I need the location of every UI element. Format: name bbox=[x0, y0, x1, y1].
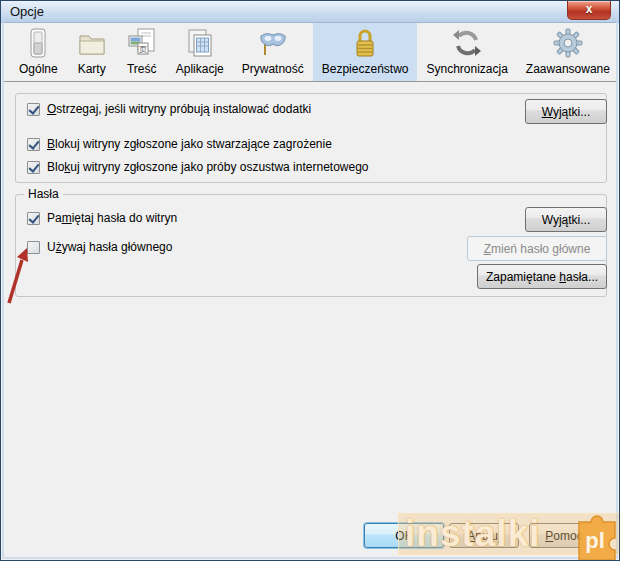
checkbox-block-attack-sites[interactable]: Blokuj witryny zgłoszone jako stwarzając… bbox=[27, 137, 332, 151]
tab-bezpieczenstwo[interactable]: Bezpieczeństwo bbox=[313, 23, 418, 81]
tab-tresc[interactable]: 页 Treść bbox=[117, 23, 167, 81]
advanced-gear-icon bbox=[552, 27, 584, 59]
tab-label: Zaawansowane bbox=[526, 62, 610, 76]
privacy-mask-icon bbox=[257, 27, 289, 59]
tab-prywatnosc[interactable]: Prywatność bbox=[233, 23, 313, 81]
checkbox-box[interactable] bbox=[27, 138, 40, 151]
red-annotation-arrow bbox=[3, 245, 37, 309]
change-master-password-button[interactable]: Zmień hasło główne bbox=[467, 236, 607, 261]
checkbox-label: Blokuj witryny zgłoszone jako stwarzając… bbox=[47, 137, 332, 151]
saved-passwords-button[interactable]: Zapamiętane hasła... bbox=[477, 264, 607, 289]
button-label: Pomoc bbox=[545, 529, 582, 543]
tab-aplikacje[interactable]: Aplikacje bbox=[167, 23, 233, 81]
button-label: OK bbox=[395, 529, 412, 543]
tab-label: Synchronizacja bbox=[426, 62, 507, 76]
checkbox-warn-addons[interactable]: Ostrzegaj, jeśli witryny próbują instalo… bbox=[27, 102, 311, 116]
addons-exceptions-button[interactable]: Wyjątki... bbox=[525, 99, 607, 124]
tab-label: Aplikacje bbox=[176, 62, 224, 76]
checkbox-box[interactable] bbox=[27, 161, 40, 174]
content-pages-icon: 页 bbox=[126, 27, 158, 59]
button-label: Wyjątki... bbox=[542, 105, 591, 119]
category-toolbar: Ogólne Karty 页 bbox=[4, 23, 616, 82]
help-button[interactable]: Pomoc bbox=[529, 523, 599, 548]
checkbox-remember-passwords[interactable]: Pamiętaj hasła do witryn bbox=[27, 211, 177, 225]
options-dialog: Opcje x Ogólne Karty bbox=[0, 0, 620, 561]
passwords-exceptions-button[interactable]: Wyjątki... bbox=[525, 207, 607, 232]
general-switch-icon bbox=[22, 27, 54, 59]
button-label: Wyjątki... bbox=[542, 213, 591, 227]
button-label: Anuluj bbox=[467, 529, 500, 543]
tabs-folder-icon bbox=[76, 27, 108, 59]
applications-pages-icon bbox=[184, 27, 216, 59]
checkbox-use-master-password[interactable]: Używaj hasła głównego bbox=[27, 240, 172, 254]
checkbox-box[interactable] bbox=[27, 212, 40, 225]
close-button[interactable]: x bbox=[567, 1, 611, 20]
tab-synchronizacja[interactable]: Synchronizacja bbox=[417, 23, 516, 81]
checkbox-block-forgery-sites[interactable]: Blokuj witryny zgłoszone jako próby oszu… bbox=[27, 160, 369, 174]
checkbox-label: Blokuj witryny zgłoszone jako próby oszu… bbox=[47, 160, 369, 174]
tab-zaawansowane[interactable]: Zaawansowane bbox=[517, 23, 619, 81]
tab-label: Karty bbox=[78, 62, 106, 76]
tab-label: Bezpieczeństwo bbox=[322, 62, 409, 76]
tab-label: Treść bbox=[127, 62, 157, 76]
passwords-legend: Hasła bbox=[24, 187, 63, 201]
checkbox-label: Używaj hasła głównego bbox=[47, 240, 172, 254]
sync-arrows-icon bbox=[451, 27, 483, 59]
button-label: Zapamiętane hasła... bbox=[486, 270, 598, 284]
checkbox-box[interactable] bbox=[27, 103, 40, 116]
tab-label: Prywatność bbox=[242, 62, 304, 76]
window-title: Opcje bbox=[10, 1, 44, 23]
tab-karty[interactable]: Karty bbox=[67, 23, 117, 81]
cancel-button[interactable]: Anuluj bbox=[449, 523, 519, 548]
checkbox-label: Ostrzegaj, jeśli witryny próbują instalo… bbox=[47, 102, 311, 116]
tab-ogolne[interactable]: Ogólne bbox=[10, 23, 67, 81]
security-padlock-icon bbox=[349, 27, 381, 59]
ok-button[interactable]: OK bbox=[364, 523, 444, 548]
svg-text:页: 页 bbox=[139, 45, 147, 54]
titlebar[interactable]: Opcje x bbox=[1, 1, 619, 23]
tab-label: Ogólne bbox=[19, 62, 58, 76]
button-label: Zmień hasło główne bbox=[484, 242, 591, 256]
checkbox-label: Pamiętaj hasła do witryn bbox=[47, 211, 177, 225]
